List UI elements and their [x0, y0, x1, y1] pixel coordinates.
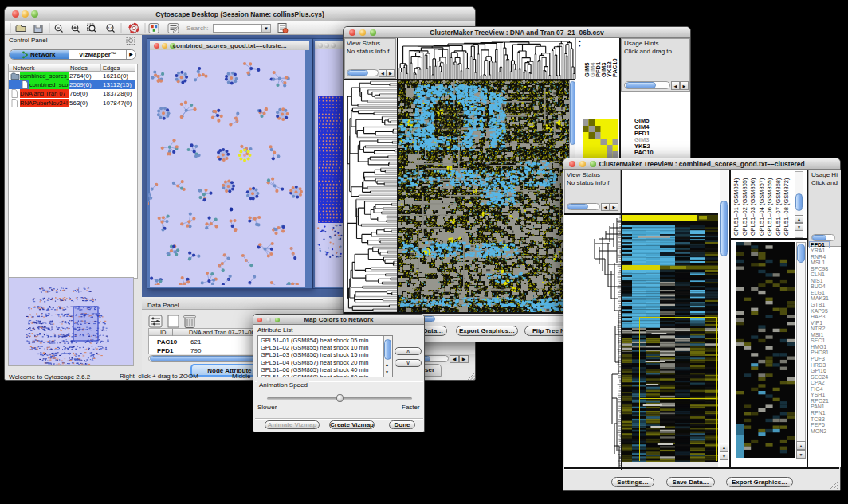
svg-text:Search:: Search:	[186, 25, 209, 32]
svg-text:1:1: 1:1	[108, 26, 113, 30]
